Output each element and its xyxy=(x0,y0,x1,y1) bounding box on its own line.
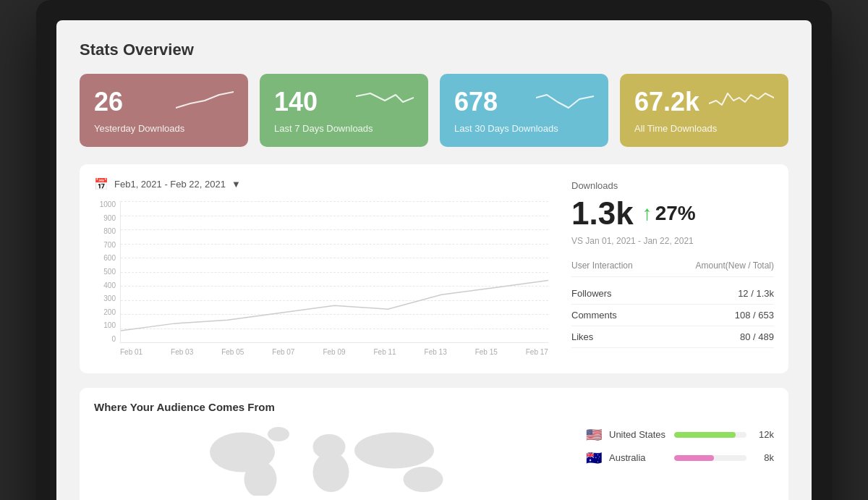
country-name-us: United States xyxy=(609,429,667,440)
stat-card-last30: 678 Last 30 Days Downloads xyxy=(440,74,608,147)
stat-label-yesterday: Yesterday Downloads xyxy=(94,123,234,134)
world-map-area: Where Your Audience Comes From xyxy=(94,401,571,499)
audience-section: Where Your Audience Comes From xyxy=(80,388,788,500)
flag-au: 🇦🇺 xyxy=(586,450,602,466)
stat-number-last7: 140 xyxy=(274,87,318,117)
legend-item-us: 🇺🇸 United States 12k xyxy=(586,427,774,443)
svg-point-3 xyxy=(313,452,349,492)
chart-section: 📅 Feb1, 2021 - Feb 22, 2021 ▼ 1000 900 8… xyxy=(80,164,788,373)
row-label-likes: Likes xyxy=(571,331,593,342)
progress-bar-container-au xyxy=(674,455,746,461)
world-map xyxy=(94,423,571,496)
downloads-section-label: Downloads xyxy=(571,180,774,191)
svg-point-5 xyxy=(404,467,443,492)
row-label-followers: Followers xyxy=(571,288,612,299)
downloads-value: 1.3k xyxy=(571,195,634,232)
audience-title: Where Your Audience Comes From xyxy=(94,401,571,413)
chart-area: 📅 Feb1, 2021 - Feb 22, 2021 ▼ 1000 900 8… xyxy=(94,177,548,360)
sparkline-alltime xyxy=(709,88,774,116)
legend-item-au: 🇦🇺 Australia 8k xyxy=(586,450,774,466)
calendar-icon: 📅 xyxy=(94,177,109,191)
country-name-au: Australia xyxy=(609,452,667,463)
table-row: Comments 108 / 653 xyxy=(571,305,774,326)
downloads-change-pct: 27% xyxy=(655,202,696,225)
country-value-us: 12k xyxy=(754,429,774,440)
chevron-down-icon: ▼ xyxy=(231,179,241,190)
progress-bar-container-us xyxy=(674,432,746,438)
chart-y-axis: 1000 900 800 700 600 500 400 300 200 100… xyxy=(94,201,120,343)
row-label-comments: Comments xyxy=(571,310,617,321)
progress-bar-us xyxy=(674,432,736,438)
stat-label-last30: Last 30 Days Downloads xyxy=(454,123,594,134)
vs-label: VS Jan 01, 2021 - Jan 22, 2021 xyxy=(571,236,774,246)
arrow-up-icon: ↑ xyxy=(642,202,652,225)
sparkline-last30 xyxy=(536,88,594,116)
interaction-table-header: User Interaction Amount(New / Total) xyxy=(571,260,774,277)
chart-container: 1000 900 800 700 600 500 400 300 200 100… xyxy=(94,201,548,360)
stat-label-alltime: All Time Downloads xyxy=(634,123,774,134)
stat-number-alltime: 67.2k xyxy=(634,87,699,117)
stat-card-alltime: 67.2k All Time Downloads xyxy=(620,74,788,147)
stat-label-last7: Last 7 Days Downloads xyxy=(274,123,414,134)
stat-number-yesterday: 26 xyxy=(94,87,123,117)
downloads-main: 1.3k ↑ 27% xyxy=(571,195,774,232)
table-row: Likes 80 / 489 xyxy=(571,326,774,348)
row-value-likes: 80 / 489 xyxy=(740,331,774,342)
chart-plot xyxy=(120,201,548,343)
svg-point-4 xyxy=(354,433,434,469)
progress-bar-au xyxy=(674,455,714,461)
stat-card-yesterday: 26 Yesterday Downloads xyxy=(80,74,248,147)
country-value-au: 8k xyxy=(754,452,774,463)
stats-panel: Downloads 1.3k ↑ 27% VS Jan 01, 2021 - J… xyxy=(571,177,774,360)
downloads-change: ↑ 27% xyxy=(642,202,696,225)
flag-us: 🇺🇸 xyxy=(586,427,602,443)
row-value-comments: 108 / 653 xyxy=(735,310,774,321)
sparkline-yesterday xyxy=(176,88,234,116)
date-picker[interactable]: 📅 Feb1, 2021 - Feb 22, 2021 ▼ xyxy=(94,177,548,191)
svg-point-6 xyxy=(268,427,289,441)
header-right: Amount(New / Total) xyxy=(696,260,775,271)
stat-cards-row: 26 Yesterday Downloads 140 xyxy=(80,74,788,147)
page-title: Stats Overview xyxy=(80,41,788,59)
date-range-text: Feb1, 2021 - Feb 22, 2021 xyxy=(114,179,226,190)
row-value-followers: 12 / 1.3k xyxy=(738,288,774,299)
chart-x-axis: Feb 01 Feb 03 Feb 05 Feb 07 Feb 09 Feb 1… xyxy=(120,343,548,360)
audience-legend: 🇺🇸 United States 12k 🇦🇺 Australia 8k xyxy=(586,427,774,473)
stat-card-last7: 140 Last 7 Days Downloads xyxy=(260,74,428,147)
sparkline-last7 xyxy=(356,88,414,116)
table-row: Followers 12 / 1.3k xyxy=(571,283,774,305)
interaction-table: User Interaction Amount(New / Total) Fol… xyxy=(571,260,774,348)
header-left: User Interaction xyxy=(571,260,633,271)
stat-number-last30: 678 xyxy=(454,87,498,117)
